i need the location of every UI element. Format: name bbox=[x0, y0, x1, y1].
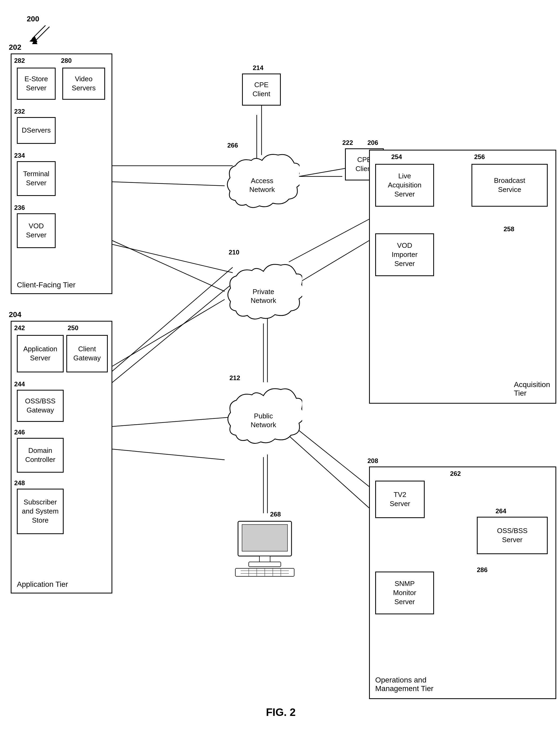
client-gateway-box: ClientGateway bbox=[66, 335, 108, 372]
vod-importer-server-label: VODImporterServer bbox=[392, 241, 418, 268]
ref-202: 202 bbox=[9, 43, 21, 52]
application-server-label: ApplicationServer bbox=[23, 345, 57, 363]
svg-text:Access: Access bbox=[251, 177, 273, 185]
subscriber-store-box: Subscriberand SystemStore bbox=[17, 489, 64, 534]
broadcast-service-label: BroadcastService bbox=[494, 176, 525, 194]
figure-label: FIG. 2 bbox=[227, 706, 334, 718]
svg-rect-32 bbox=[242, 524, 287, 551]
svg-text:Public: Public bbox=[254, 412, 273, 420]
application-tier-label: Application Tier bbox=[17, 580, 68, 589]
ref-256: 256 bbox=[474, 153, 485, 161]
ref-242: 242 bbox=[14, 324, 25, 332]
tv2-server-label: TV2Server bbox=[390, 490, 410, 508]
ref-214: 214 bbox=[253, 64, 263, 72]
ossbss-server-label: OSS/BSSServer bbox=[497, 526, 527, 544]
svg-line-18 bbox=[299, 168, 345, 177]
svg-line-24 bbox=[112, 449, 225, 460]
live-acquisition-server-box: LiveAcquisitionServer bbox=[375, 164, 434, 207]
snmp-monitor-server-label: SNMPMonitorServer bbox=[393, 579, 416, 606]
acquisition-tier-box: 254 LiveAcquisitionServer 256 BroadcastS… bbox=[369, 150, 556, 404]
svg-text:Network: Network bbox=[249, 186, 275, 194]
main-ref: 200 bbox=[27, 15, 39, 23]
terminal-server-box: TerminalServer bbox=[17, 161, 56, 196]
ref-250: 250 bbox=[68, 324, 78, 332]
ref-246: 246 bbox=[14, 428, 25, 436]
vod-importer-server-box: VODImporterServer bbox=[375, 233, 434, 276]
ref-268: 268 bbox=[270, 510, 281, 518]
svg-text:Network: Network bbox=[251, 297, 276, 305]
svg-text:Network: Network bbox=[251, 421, 276, 429]
ref-266: 266 bbox=[227, 142, 238, 149]
svg-line-3 bbox=[96, 267, 233, 385]
svg-line-13 bbox=[33, 27, 49, 43]
domain-controller-box: DomainController bbox=[17, 438, 64, 473]
terminal-server-label: TerminalServer bbox=[23, 170, 49, 188]
ref-212: 212 bbox=[229, 374, 240, 382]
dservers-box: DServers bbox=[17, 117, 56, 144]
cpe-client-214-label: CPEClient bbox=[252, 81, 270, 99]
ossbss-gateway-label: OSS/BSSGateway bbox=[25, 397, 55, 415]
main-arrow bbox=[31, 24, 52, 45]
client-facing-tier-label: Client-Facing Tier bbox=[17, 281, 75, 289]
live-acquisition-server-label: LiveAcquisitionServer bbox=[388, 172, 421, 199]
client-facing-tier-box: 202 282 E-StoreServer 280 VideoServers 2… bbox=[11, 53, 112, 294]
svg-line-23 bbox=[112, 300, 225, 366]
subscriber-store-label: Subscriberand SystemStore bbox=[22, 498, 59, 525]
vod-server-box: VODServer bbox=[17, 213, 56, 248]
application-tier-box: 204 242 ApplicationServer 250 ClientGate… bbox=[11, 321, 112, 593]
ref-280: 280 bbox=[61, 57, 72, 64]
private-network-cloud: Private Network bbox=[225, 259, 302, 325]
ref-208: 208 bbox=[367, 457, 378, 464]
ref-262: 262 bbox=[450, 470, 461, 477]
ref-264: 264 bbox=[496, 507, 506, 515]
ref-210: 210 bbox=[229, 249, 239, 256]
public-network-cloud: Public Network bbox=[225, 383, 302, 449]
video-servers-label: VideoServers bbox=[72, 75, 96, 93]
cpe-client-214-box: CPEClient bbox=[242, 74, 281, 106]
svg-line-4 bbox=[96, 241, 233, 273]
operations-tier-box: 262 TV2Server 264 OSS/BSSServer 286 SNMP… bbox=[369, 466, 556, 699]
ref-282-label: 282 bbox=[14, 57, 25, 64]
computer-terminal bbox=[233, 519, 297, 577]
svg-line-21 bbox=[112, 182, 225, 186]
svg-line-5 bbox=[289, 219, 369, 262]
svg-line-9 bbox=[96, 417, 233, 428]
ref-244: 244 bbox=[14, 380, 25, 388]
broadcast-service-box: BroadcastService bbox=[471, 164, 548, 207]
ref-232: 232 bbox=[14, 108, 25, 115]
svg-line-12 bbox=[96, 283, 233, 395]
svg-rect-34 bbox=[249, 562, 281, 567]
tv2-server-box: TV2Server bbox=[375, 481, 425, 518]
estore-server-box: E-StoreServer bbox=[17, 68, 56, 100]
domain-controller-label: DomainController bbox=[25, 446, 55, 464]
ref-222: 222 bbox=[342, 139, 353, 147]
access-network-cloud: Access Network bbox=[225, 150, 300, 210]
ref-206: 206 bbox=[367, 139, 378, 147]
ref-234: 234 bbox=[14, 152, 25, 159]
application-server-box: ApplicationServer bbox=[17, 335, 64, 372]
estore-server-label: E-StoreServer bbox=[24, 75, 48, 93]
acquisition-tier-label: AcquisitionTier bbox=[514, 380, 550, 397]
operations-tier-label: Operations andManagement Tier bbox=[375, 676, 434, 693]
ref-236: 236 bbox=[14, 204, 25, 212]
ref-254: 254 bbox=[391, 153, 402, 161]
vod-server-label: VODServer bbox=[26, 222, 47, 240]
dservers-label: DServers bbox=[22, 126, 51, 135]
client-gateway-label: ClientGateway bbox=[73, 345, 101, 363]
video-servers-box: VideoServers bbox=[62, 68, 105, 100]
snmp-monitor-server-box: SNMPMonitorServer bbox=[375, 571, 434, 614]
ref-204: 204 bbox=[9, 311, 21, 319]
svg-line-25 bbox=[302, 241, 369, 281]
diagram: 200 202 282 E-StoreServer 280 VideoServe… bbox=[0, 0, 560, 729]
ref-258: 258 bbox=[504, 225, 514, 233]
svg-text:Private: Private bbox=[253, 288, 274, 296]
ref-248: 248 bbox=[14, 479, 25, 487]
ossbss-server-box: OSS/BSSServer bbox=[477, 517, 548, 554]
ref-286: 286 bbox=[477, 566, 488, 574]
svg-line-22 bbox=[112, 241, 225, 292]
ossbss-gateway-box: OSS/BSSGateway bbox=[17, 390, 64, 422]
